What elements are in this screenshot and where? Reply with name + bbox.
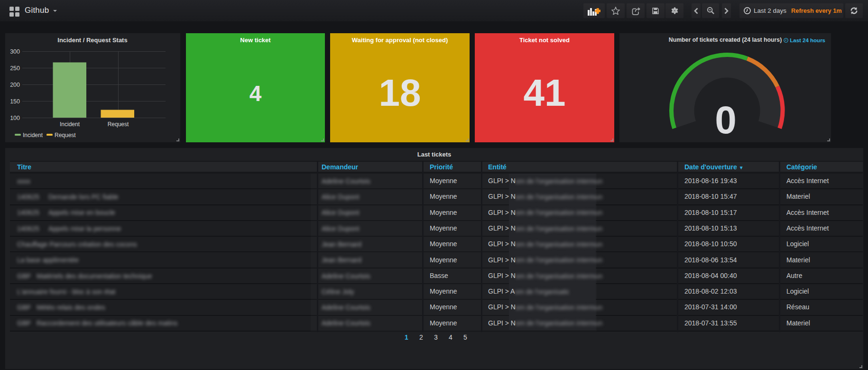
svg-text:300: 300 [10,48,20,55]
svg-text:0: 0 [715,98,737,141]
svg-text:Incident / Request Stats: Incident / Request Stats [57,37,127,44]
svg-text:Incident: Incident [60,121,80,128]
svg-text:150: 150 [10,98,20,105]
svg-text:250: 250 [10,65,20,72]
svg-text:Incident: Incident [23,132,43,139]
svg-text:100: 100 [10,115,20,121]
svg-text:Request: Request [55,132,76,139]
svg-text:Request: Request [108,121,129,128]
svg-text:200: 200 [10,82,20,88]
